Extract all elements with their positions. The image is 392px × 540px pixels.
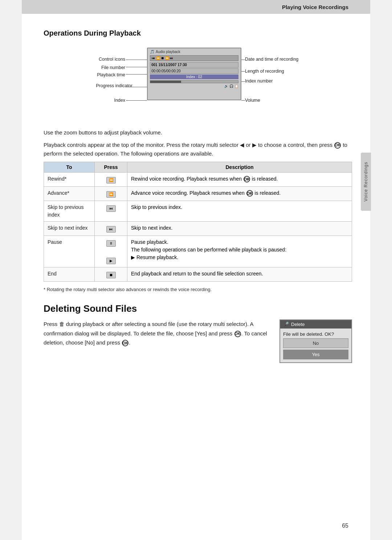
stop-icon: ⏹ [106,272,116,278]
pb-info-row: 001 15/11/2007 17:30 [150,62,238,68]
rewind-icon: ⏪ [106,177,116,184]
row-to-advance: Advance* [44,187,95,201]
line-playback-time [126,74,147,74]
pb-controls: ⏮ ⏪ ⏹ ⏩ ⏭ [150,55,238,61]
operations-table: To Press Description Rewind* ⏪ Rewind vo… [44,162,352,282]
label-control-icons: Control icons [74,57,125,62]
pb-bottom-icon2: 🎧 [229,84,233,88]
row-to-skip-next: Skip to next index [44,222,95,236]
diagram-container: 🎵 Audio playback ⏮ ⏪ ⏹ ⏩ ⏭ 001 15/11/200… [44,44,352,120]
table-row: Pause ⏸ ▶ Pause playback. The following … [44,236,352,267]
delete-dialog-body: File will be deleted. OK? No Yes [280,329,351,362]
ok-icon-cancel: OK [122,340,128,346]
playback-screen: 🎵 Audio playback ⏮ ⏪ ⏹ ⏩ ⏭ 001 15/11/200… [147,48,241,100]
row-desc-skip-next: Skip to next index. [127,222,352,236]
row-press-skip-prev: ⏮ [95,201,127,222]
ok-icon-1: OK [334,142,341,149]
section2-body: Press 🗑 during playback or after selecti… [44,319,269,347]
line-r-length [241,71,245,72]
label-index-number: Index number [245,78,321,84]
pb-header-text: Audio playback [156,50,180,54]
row-press-pause: ⏸ ▶ [95,236,127,267]
label-date-time: Date and time of recording [245,57,321,62]
label-progress-indicator: Progress indicator [74,83,132,88]
side-tab: Voice Recordings [361,153,371,211]
table-row: Skip to next index ⏭ Skip to next index. [44,222,352,236]
delete-yes-button[interactable]: Yes [283,350,348,359]
row-desc-end: End playback and return to the sound fil… [127,267,352,282]
diagram: 🎵 Audio playback ⏮ ⏪ ⏹ ⏩ ⏭ 001 15/11/200… [74,44,321,120]
pb-progress-fill [150,81,181,83]
pb-controls-icons: ⏮ ⏪ ⏹ ⏩ ⏭ [152,56,173,60]
pause-icon: ⏸ [106,240,116,247]
line-r-date [241,60,245,60]
row-desc-pause: Pause playback. The following operations… [127,236,352,267]
table-row: End ⏹ End playback and return to the sou… [44,267,352,282]
table-header-to: To [44,162,95,173]
line-index [126,100,147,101]
row-desc-rewind: Rewind voice recording. Playback resumes… [127,173,352,187]
row-desc-skip-prev: Skip to previous index. [127,201,352,222]
ok-icon-delete: OK [234,331,241,337]
row-press-rewind: ⏪ [95,173,127,187]
page: Playing Voice Recordings Voice Recording… [22,0,370,540]
pb-header: 🎵 Audio playback [150,50,238,54]
delete-dialog-header: 🎤 Delete [280,320,351,329]
section1-title: Operations During Playback [44,29,352,37]
row-to-pause: Pause [44,236,95,267]
label-index: Index [74,98,125,103]
pb-index-row: Index : 02 [150,74,238,79]
header-bar: Playing Voice Recordings [22,0,370,14]
label-length: Length of recording [245,69,321,74]
page-number: 65 [342,523,348,529]
label-file-number: File number [74,65,125,70]
skip-next-icon: ⏭ [106,226,116,233]
delete-dialog: 🎤 Delete File will be deleted. OK? No Ye… [279,319,352,363]
footnote: * Rotating the rotary multi selector als… [44,287,352,292]
pb-bottom-icon3: 📋 [234,84,238,88]
audio-icon: 🎵 [150,50,154,54]
pb-bottom-icon1: 🔊 [224,84,228,88]
line-file-number [126,67,147,67]
side-tab-label: Voice Recordings [363,162,368,201]
line-progress [126,87,147,87]
delete-no-button[interactable]: No [283,338,348,348]
main-content: Operations During Playback 🎵 Audio playb… [44,29,352,363]
delete-dialog-title: Delete [291,322,305,327]
ok-icon-rewind: OK [244,176,250,182]
row-press-skip-next: ⏭ [95,222,127,236]
label-volume: Volume [245,98,321,103]
label-playback-time: Playback time [74,72,125,77]
row-to-skip-prev: Skip to previous index [44,201,95,222]
row-press-advance: ⏩ [95,187,127,201]
row-to-end: End [44,267,95,282]
body-para-2: Playback controls appear at the top of t… [44,141,352,158]
table-row: Rewind* ⏪ Rewind voice recording. Playba… [44,173,352,187]
play-icon: ▶ [106,258,116,264]
skip-prev-icon: ⏮ [106,205,116,212]
advance-icon: ⏩ [106,191,116,198]
table-header-description: Description [127,162,352,173]
bottom-section: Press 🗑 during playback or after selecti… [44,319,352,363]
delete-dialog-icon: 🎤 [283,322,289,327]
row-to-rewind: Rewind* [44,173,95,187]
section2-title: Deleting Sound Files [44,303,352,314]
pb-bottom-icons: 🔊 🎧 📋 [150,84,238,88]
line-r-indexnum [241,81,245,82]
header-title: Playing Voice Recordings [282,4,348,10]
pb-time-row: 00:00:05/00:00:20 [150,68,238,74]
line-control-icons [126,60,147,60]
line-r-volume [241,100,245,101]
table-row: Skip to previous index ⏮ Skip to previou… [44,201,352,222]
body-para-1: Use the zoom buttons to adjust playback … [44,128,352,137]
table-header-press: Press [95,162,127,173]
ok-icon-advance: OK [246,190,253,197]
row-press-end: ⏹ [95,267,127,282]
delete-dialog-message: File will be deleted. OK? [283,331,334,337]
table-row: Advance* ⏩ Advance voice recording. Play… [44,187,352,201]
pb-progress-bar [150,80,238,83]
row-desc-advance: Advance voice recording. Playback resume… [127,187,352,201]
